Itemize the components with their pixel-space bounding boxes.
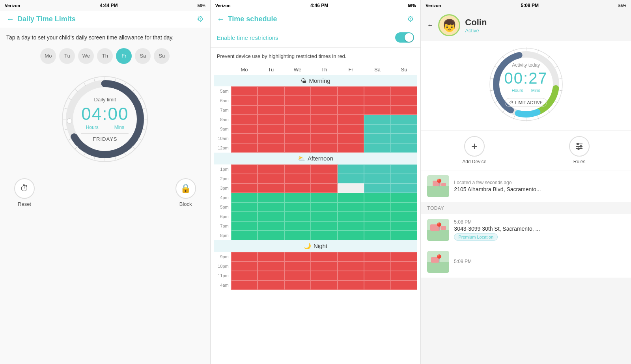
cell-5am-tu[interactable] — [258, 86, 284, 96]
reset-button[interactable]: ⏱ Reset — [14, 178, 35, 207]
battery-1: 56% — [198, 4, 205, 8]
location-address-1: 3043-3099 30th St, Sacramento, ... — [454, 226, 625, 232]
time-3: 5:08 PM — [521, 3, 539, 8]
label-10pm: 10pm — [214, 261, 231, 271]
night-label: Night — [314, 243, 327, 249]
back-button-2[interactable]: ← — [217, 15, 225, 24]
panel1-header: ← Daily Time Limits ⚙ — [0, 11, 210, 28]
add-device-button[interactable]: + Add Device — [462, 136, 486, 164]
row-10am: 10am — [214, 134, 418, 143]
row-4pm: 4pm — [214, 193, 418, 202]
schedule-table[interactable]: Mo Tu We Th Fr Sa Su 🌤 Morning 5am — [211, 65, 421, 364]
we-header: We — [284, 65, 311, 74]
back-button-3[interactable]: ← — [427, 22, 433, 29]
limit-label: LIMIT ACTIVE — [515, 100, 543, 105]
svg-line-26 — [94, 78, 95, 82]
days-selector: Mo Tu We Th Fr Sa Su — [40, 48, 170, 64]
svg-rect-62 — [427, 230, 449, 241]
location-list[interactable]: 📍 Located a few seconds ago 2105 Alhambr… — [421, 170, 631, 364]
morning-icon: 🌤 — [301, 77, 306, 84]
daily-limit-clock: Daily limit 04:00 Hours Mins FRIDAYS — [58, 72, 152, 166]
label-9pm: 9pm — [214, 252, 231, 261]
location-item-2[interactable]: 📍 5:09 PM — [421, 246, 631, 278]
svg-line-6 — [133, 90, 135, 92]
clock-mins: Mins — [114, 124, 124, 130]
status-bar-1: Verizon 4:44 PM 56% — [0, 0, 210, 11]
tu-header: Tu — [258, 65, 284, 74]
day-th[interactable]: Th — [97, 48, 113, 64]
label-7pm: 7pm — [214, 221, 231, 231]
time-col-header — [214, 65, 231, 74]
time-2: 4:46 PM — [310, 3, 328, 8]
reset-icon: ⏱ — [14, 178, 35, 199]
svg-line-8 — [142, 108, 146, 109]
morning-section-header: 🌤 Morning — [214, 75, 418, 86]
premium-location-badge[interactable]: Premium Location — [454, 233, 498, 241]
clock-units: Hours Mins — [81, 124, 129, 130]
svg-point-56 — [578, 148, 579, 149]
carrier-1: Verizon — [5, 3, 20, 8]
night-section-header: 🌙 Night — [214, 240, 418, 252]
svg-line-16 — [94, 156, 95, 159]
day-mo[interactable]: Mo — [40, 48, 56, 64]
carrier-3: Verizon — [426, 3, 441, 8]
battery-3: 55% — [618, 4, 626, 8]
row-6pm: 6pm — [214, 212, 418, 221]
row-8am: 8am — [214, 115, 418, 124]
rules-icon — [569, 136, 590, 157]
row-5am: 5am — [214, 86, 418, 96]
mo-header: Mo — [231, 65, 258, 74]
svg-rect-66 — [427, 262, 449, 273]
row-12pm: 12pm — [214, 143, 418, 153]
label-6am: 6am — [214, 96, 231, 105]
svg-line-13 — [124, 152, 126, 155]
time-1: 4:44 PM — [100, 3, 118, 8]
svg-point-52 — [577, 143, 579, 145]
back-button-1[interactable]: ← — [6, 15, 14, 24]
block-button[interactable]: 🔒 Block — [175, 178, 196, 207]
svg-line-20 — [65, 129, 68, 130]
location-item-1[interactable]: 📍 5:08 PM 3043-3099 30th St, Sacramento,… — [421, 214, 631, 246]
row-5pm: 5pm — [214, 202, 418, 212]
profile-panel: Verizon 5:08 PM 55% ← 👦 Colin Active — [421, 0, 631, 364]
label-12pm: 12pm — [214, 143, 231, 153]
night-icon: 🌙 — [304, 243, 311, 250]
cell-5am-su[interactable] — [391, 86, 418, 96]
cell-5am-fr[interactable] — [338, 86, 364, 96]
panel1-description: Tap a day to set your child's daily scre… — [6, 34, 174, 42]
rules-button[interactable]: Rules — [569, 136, 590, 164]
label-4am: 4am — [214, 280, 231, 290]
svg-line-10 — [142, 129, 146, 130]
gear-icon-1[interactable]: ⚙ — [197, 14, 204, 24]
cell-5am-th[interactable] — [311, 86, 338, 96]
day-fr[interactable]: Fr — [116, 48, 132, 64]
current-location-address: 2105 Alhambra Blvd, Sacramento... — [454, 186, 625, 192]
label-5am: 5am — [214, 86, 231, 96]
clock-time: 04:00 — [81, 104, 129, 123]
cell-5am-we[interactable] — [284, 86, 311, 96]
activity-time: 00:27 — [504, 69, 548, 87]
location-time-2: 5:09 PM — [454, 259, 625, 264]
activity-label: Activity today — [504, 62, 548, 68]
limit-active-badge[interactable]: ⏱ LIMIT ACTIVE — [505, 98, 547, 107]
sa-header: Sa — [364, 65, 391, 74]
profile-name: Colin — [465, 17, 487, 28]
svg-line-22 — [65, 108, 68, 109]
current-location-item[interactable]: 📍 Located a few seconds ago 2105 Alhambr… — [421, 170, 631, 202]
svg-line-25 — [84, 83, 86, 86]
day-su[interactable]: Su — [154, 48, 170, 64]
day-sa[interactable]: Sa — [135, 48, 151, 64]
svg-line-12 — [133, 146, 135, 149]
day-tu[interactable]: Tu — [59, 48, 75, 64]
day-we[interactable]: We — [78, 48, 94, 64]
svg-line-4 — [115, 78, 116, 82]
profile-header: ← 👦 Colin Active — [421, 11, 631, 41]
enable-restrictions-toggle[interactable] — [395, 32, 414, 43]
cell-5am-mo[interactable] — [231, 86, 258, 96]
clock-hours: Hours — [86, 124, 99, 130]
cell-5am-sa[interactable] — [364, 86, 391, 96]
map-pin-1: 📍 — [434, 222, 444, 231]
profile-info: Colin Active — [465, 17, 487, 34]
morning-label: Morning — [309, 77, 330, 84]
gear-icon-2[interactable]: ⚙ — [407, 14, 414, 24]
